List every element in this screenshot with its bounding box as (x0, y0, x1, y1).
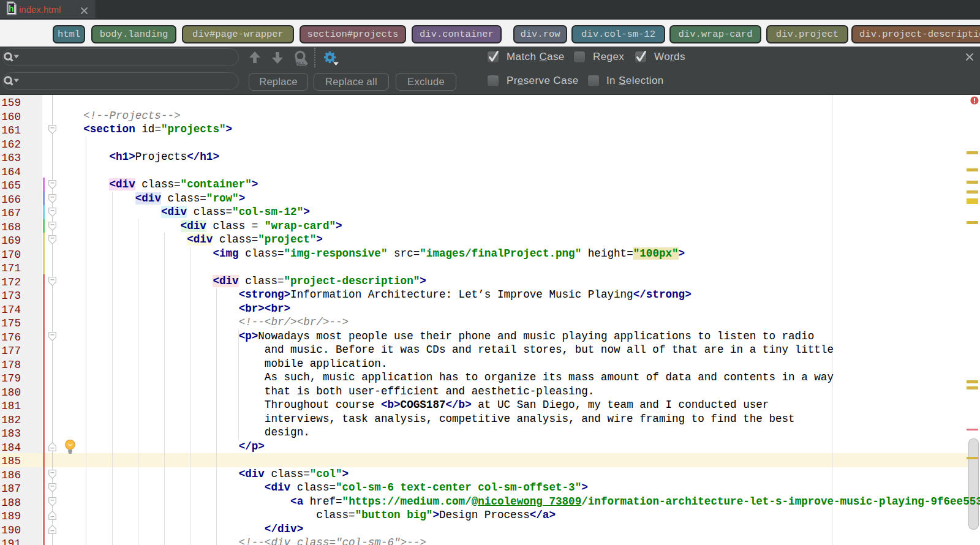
svg-text:ALL: ALL (296, 61, 306, 66)
svg-text:h: h (9, 4, 14, 14)
